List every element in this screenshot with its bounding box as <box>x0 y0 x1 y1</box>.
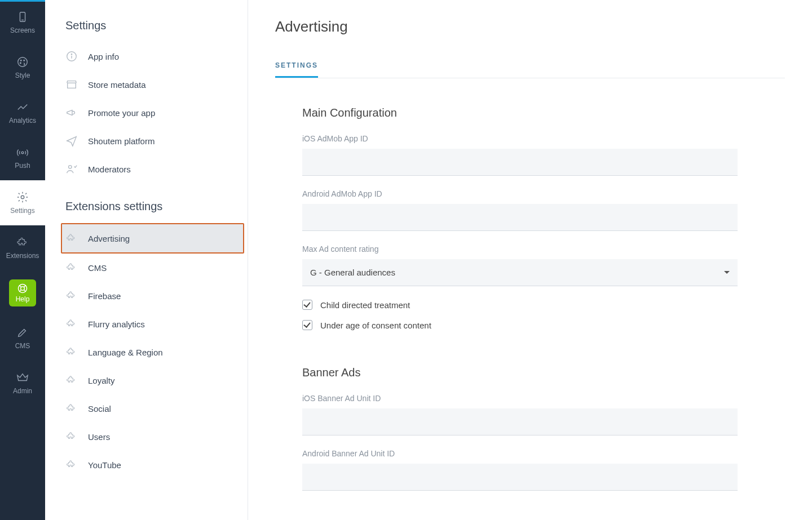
side-item-label: Advertising <box>88 234 130 243</box>
puzzle-icon <box>65 402 78 415</box>
svg-point-17 <box>69 166 72 169</box>
left-nav-rail: Screens Style Analytics Push Settings Ex… <box>0 0 45 520</box>
side-item-label: Social <box>88 404 111 414</box>
puzzle-icon <box>65 232 78 245</box>
settings-side-panel: Settings App info Store metadata Promote… <box>45 0 248 520</box>
puzzle-icon <box>65 290 78 302</box>
label-ios-banner: iOS Banner Ad Unit ID <box>302 394 738 403</box>
tab-bar: Settings <box>275 61 785 78</box>
rail-item-analytics[interactable]: Analytics <box>0 90 45 135</box>
info-icon <box>65 50 78 63</box>
side-item-youtube[interactable]: YouTube <box>45 451 248 479</box>
form-area: Main Configuration iOS AdMob App ID Andr… <box>275 106 738 491</box>
svg-point-16 <box>71 54 72 55</box>
input-ios-banner[interactable] <box>302 408 738 435</box>
field-ios-banner: iOS Banner Ad Unit ID <box>302 394 738 435</box>
puzzle-icon <box>65 430 78 443</box>
side-item-label: Language & Region <box>88 348 163 357</box>
side-item-loyalty[interactable]: Loyalty <box>45 366 248 394</box>
side-section-settings: Settings App info Store metadata Promote… <box>45 19 248 183</box>
select-value: G - General audiences <box>310 268 395 277</box>
side-item-shoutem-platform[interactable]: Shoutem platform <box>45 127 248 155</box>
side-item-label: Loyalty <box>88 376 115 385</box>
tab-settings[interactable]: Settings <box>275 61 318 78</box>
rail-item-admin[interactable]: Admin <box>0 361 45 406</box>
side-item-advertising[interactable]: Advertising <box>62 224 243 252</box>
rail-item-extensions[interactable]: Extensions <box>0 225 45 270</box>
rail-label: CMS <box>15 342 30 350</box>
svg-point-3 <box>20 60 21 61</box>
rail-item-screens[interactable]: Screens <box>0 0 45 45</box>
side-header-extensions: Extensions settings <box>45 200 248 223</box>
section-main-configuration: Main Configuration <box>302 106 738 119</box>
store-icon <box>65 78 78 91</box>
input-android-admob[interactable] <box>302 204 738 231</box>
section-banner-ads: Banner Ads <box>302 366 738 379</box>
phone-icon <box>16 11 29 23</box>
side-item-label: CMS <box>88 263 107 273</box>
rail-label: Admin <box>13 387 32 395</box>
field-max-rating: Max Ad content rating G - General audien… <box>302 245 738 286</box>
puzzle-icon <box>65 374 78 386</box>
page-title: Advertising <box>275 18 785 35</box>
side-item-label: App info <box>88 52 119 61</box>
rail-item-push[interactable]: Push <box>0 135 45 180</box>
svg-point-5 <box>20 63 21 64</box>
main-content: Advertising Settings Main Configuration … <box>248 0 812 520</box>
chevron-down-icon <box>724 271 730 274</box>
side-item-label: Shoutem platform <box>88 136 155 146</box>
svg-point-6 <box>21 152 24 154</box>
svg-point-4 <box>24 60 25 61</box>
side-item-social[interactable]: Social <box>45 394 248 423</box>
side-item-users[interactable]: Users <box>45 423 248 451</box>
app-root: Screens Style Analytics Push Settings Ex… <box>0 0 812 520</box>
puzzle-icon <box>65 318 78 330</box>
rail-label: Settings <box>10 207 34 215</box>
side-item-store-metadata[interactable]: Store metadata <box>45 70 248 99</box>
puzzle-icon <box>65 459 78 471</box>
rail-item-style[interactable]: Style <box>0 45 45 90</box>
side-item-firebase[interactable]: Firebase <box>45 282 248 310</box>
megaphone-icon <box>65 106 78 119</box>
rail-item-settings[interactable]: Settings <box>0 180 45 225</box>
chart-icon <box>16 101 29 113</box>
field-ios-admob: iOS AdMob App ID <box>302 134 738 176</box>
checkbox-label: Child directed treatment <box>320 300 410 310</box>
side-header-settings: Settings <box>45 19 248 42</box>
checkbox-label: Under age of consent content <box>320 321 431 330</box>
input-ios-admob[interactable] <box>302 149 738 176</box>
rail-label: Extensions <box>6 252 39 260</box>
side-item-label: YouTube <box>88 460 121 470</box>
field-android-banner: Android Banner Ad Unit ID <box>302 449 738 491</box>
rail-item-help[interactable]: Help <box>9 279 36 306</box>
checkbox-child-directed[interactable] <box>302 300 312 310</box>
highlight-box: Advertising <box>61 223 244 254</box>
side-item-moderators[interactable]: Moderators <box>45 155 248 183</box>
puzzle-icon <box>65 261 78 274</box>
side-item-promote[interactable]: Promote your app <box>45 99 248 127</box>
row-under-age: Under age of consent content <box>302 320 738 330</box>
moderator-icon <box>65 163 78 175</box>
svg-point-7 <box>21 195 24 199</box>
rail-label: Push <box>15 162 30 170</box>
rail-label: Screens <box>10 26 35 34</box>
side-item-label: Flurry analytics <box>88 319 145 329</box>
select-max-rating[interactable]: G - General audiences <box>302 259 738 286</box>
label-android-admob: Android AdMob App ID <box>302 189 738 198</box>
side-item-label: Promote your app <box>88 108 155 118</box>
crown-icon <box>16 371 29 384</box>
gear-icon <box>16 191 29 203</box>
label-android-banner: Android Banner Ad Unit ID <box>302 449 738 458</box>
side-item-cms[interactable]: CMS <box>45 254 248 282</box>
rail-label: Help <box>16 295 30 303</box>
label-max-rating: Max Ad content rating <box>302 245 738 254</box>
input-android-banner[interactable] <box>302 464 738 491</box>
side-item-language[interactable]: Language & Region <box>45 338 248 366</box>
puzzle-icon <box>65 346 78 358</box>
rail-item-cms[interactable]: CMS <box>0 315 45 361</box>
side-item-flurry[interactable]: Flurry analytics <box>45 310 248 338</box>
checkbox-under-age[interactable] <box>302 320 312 330</box>
pencil-icon <box>16 326 29 339</box>
side-item-app-info[interactable]: App info <box>45 42 248 70</box>
side-item-label: Store metadata <box>88 80 146 90</box>
